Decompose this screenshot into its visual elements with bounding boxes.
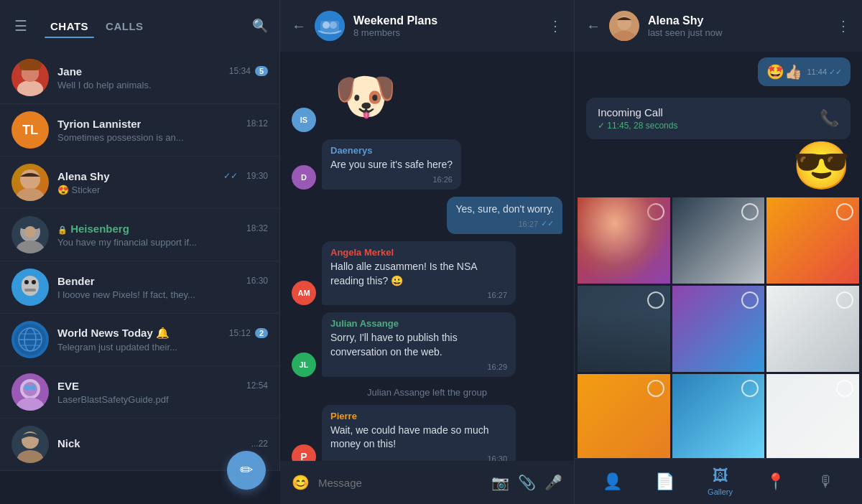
svg-rect-11	[24, 280, 29, 284]
chat-preview-tyrion: Sometimes possession is an...	[57, 132, 268, 143]
photo-cell-5[interactable]	[672, 286, 765, 372]
right-content: 🤩👍🏼 11:44 ✓✓ Incoming Call ✓ 11:45, 28 s…	[575, 52, 862, 458]
more-button-right[interactable]: ⋮	[836, 17, 851, 34]
svg-point-22	[24, 385, 30, 391]
chat-item-wnt[interactable]: World News Today 🔔 15:12 2 Telegram just…	[0, 314, 279, 366]
svg-rect-3	[19, 59, 42, 70]
group-name: Weekend Plans	[353, 14, 539, 27]
chat-item-eve[interactable]: EVE 12:54 LaserBlastSafetyGuide.pdf	[0, 366, 279, 419]
chat-info-jane: Jane 15:34 5 Well I do help animals.	[57, 65, 268, 90]
chat-info-bender: Bender 16:30 I looove new Pixels! If fac…	[57, 275, 268, 300]
gallery-label: Gallery	[708, 487, 733, 496]
photo-select-4[interactable]	[647, 291, 664, 309]
photo-select-1[interactable]	[647, 203, 664, 220]
time-angela: 16:27	[487, 291, 507, 299]
chat-item-alena[interactable]: Alena Shy ✓✓ 19:30 😍 Sticker	[0, 157, 279, 209]
chat-item-tyrion[interactable]: TL Tyrion Lannister 18:12 Sometimes poss…	[0, 104, 279, 157]
bubble-angela: Angela Merkel Hallo alle zusammen! Is th…	[322, 241, 516, 305]
avatar-alena-right	[609, 11, 639, 41]
photo-cell-9[interactable]	[766, 374, 859, 458]
right-bottom-bar: 👤 📄 🖼 Gallery 📍 🎙	[575, 458, 862, 504]
bottom-bar-location[interactable]: 📍	[757, 470, 794, 494]
chat-preview-eve: LaserBlastSafetyGuide.pdf	[57, 394, 268, 405]
emoji-icon[interactable]: 😊	[292, 474, 310, 491]
avatar-bender	[11, 269, 49, 306]
svg-point-1	[17, 80, 43, 96]
chat-preview-jane: Well I do help animals.	[57, 80, 268, 90]
chat-item-jane[interactable]: Jane 15:34 5 Well I do help animals.	[0, 52, 279, 104]
photo-select-5[interactable]	[741, 291, 759, 309]
mid-header: ← Weekend Plans 8 members ⋮	[280, 0, 574, 52]
group-members: 8 members	[353, 27, 539, 38]
mic-icon[interactable]: 🎤	[544, 474, 562, 491]
message-input[interactable]	[318, 477, 483, 489]
call-time-info: ✓ 11:45, 28 seconds	[598, 121, 677, 131]
photo-cell-2[interactable]	[672, 197, 765, 284]
avatar-pierre: P	[292, 444, 316, 461]
emoji-text: 🤩👍🏼	[766, 63, 802, 80]
text-julian: Sorry, I'll have to publish this convers…	[330, 331, 507, 359]
emoji-meta: 11:44 ✓✓	[807, 67, 842, 77]
compose-fab[interactable]: ✏	[227, 451, 266, 490]
chat-info-eve: EVE 12:54 LaserBlastSafetyGuide.pdf	[57, 380, 268, 405]
sticker-image: 🐶	[322, 60, 408, 132]
photo-cell-4[interactable]	[578, 286, 670, 372]
camera-icon[interactable]: 📷	[491, 474, 509, 491]
chat-info-heisenberg: 🔒 Heisenberg 18:32 You have my financial…	[57, 223, 268, 248]
back-button-mid[interactable]: ←	[292, 18, 306, 34]
right-msg-area: 🤩👍🏼 11:44 ✓✓	[575, 52, 862, 98]
photo-cell-8[interactable]	[672, 374, 765, 458]
attach-icon[interactable]: 📎	[518, 474, 536, 491]
more-button-mid[interactable]: ⋮	[548, 17, 562, 34]
search-icon[interactable]: 🔍	[252, 18, 268, 34]
tab-chats[interactable]: CHATS	[45, 17, 94, 35]
bottom-bar-profile[interactable]: 👤	[594, 470, 631, 494]
right-header: ← Alena Shy last seen just now ⋮	[575, 0, 862, 52]
photo-select-2[interactable]	[741, 203, 759, 220]
bottom-bar-gallery[interactable]: 🖼 Gallery	[699, 464, 741, 499]
bottom-bar-voice[interactable]: 🎙	[810, 470, 843, 494]
photo-grid-container	[575, 192, 862, 458]
chat-preview-alena: 😍 Sticker	[57, 185, 268, 195]
bottom-bar-files[interactable]: 📄	[646, 470, 683, 494]
photo-cell-3[interactable]	[766, 197, 859, 284]
photo-cell-1[interactable]	[578, 197, 670, 284]
emoji-bubble: 🤩👍🏼 11:44 ✓✓	[758, 57, 851, 86]
group-info: Weekend Plans 8 members	[353, 14, 539, 38]
call-title: Incoming Call	[598, 106, 677, 118]
time-pierre: 16:30	[487, 454, 507, 461]
photo-select-8[interactable]	[741, 380, 759, 397]
photo-select-9[interactable]	[836, 380, 853, 397]
chat-item-heisenberg[interactable]: 🔒 Heisenberg 18:32 You have my financial…	[0, 209, 279, 261]
chat-time-nick: ...22	[251, 439, 268, 449]
svg-point-4	[20, 169, 40, 190]
text-daenerys: Are you sure it's safe here?	[330, 158, 453, 172]
svg-point-24	[16, 398, 45, 411]
sender-daenerys: Daenerys	[330, 145, 453, 156]
chat-preview-heisenberg: You have my financial support if...	[57, 237, 268, 248]
chat-item-bender[interactable]: Bender 16:30 I looove new Pixels! If fac…	[0, 261, 279, 314]
chat-name-wnt: World News Today 🔔	[57, 327, 170, 340]
read-ticks-alena: ✓✓	[223, 171, 238, 181]
avatar-is: IS	[292, 108, 316, 132]
photo-select-6[interactable]	[836, 291, 853, 309]
chat-info-nick: Nick ...22	[57, 437, 268, 452]
hamburger-icon[interactable]: ☰	[11, 14, 30, 37]
time-daenerys: 16:26	[432, 175, 453, 184]
avatar-daenerys: D	[292, 165, 316, 190]
badge-wnt: 2	[255, 328, 268, 338]
system-message: Julian Assange left the group	[292, 384, 562, 401]
photo-select-7[interactable]	[647, 380, 664, 397]
photo-cell-6[interactable]	[766, 286, 859, 372]
photo-select-3[interactable]	[836, 203, 853, 220]
back-button-right[interactable]: ←	[586, 18, 601, 34]
svg-point-7	[16, 241, 45, 253]
right-panel: ← Alena Shy last seen just now ⋮ 🤩👍🏼 11:…	[575, 0, 862, 504]
text-pierre: Wait, we could have made so much money o…	[330, 424, 507, 452]
photo-cell-7[interactable]	[578, 374, 670, 458]
tabs: CHATS CALLS	[45, 17, 244, 35]
svg-rect-13	[24, 289, 36, 291]
tab-calls[interactable]: CALLS	[100, 17, 149, 35]
sender-pierre: Pierre	[330, 411, 507, 421]
mid-panel: ← Weekend Plans 8 members ⋮ IS 🐶 D Da	[280, 0, 575, 504]
